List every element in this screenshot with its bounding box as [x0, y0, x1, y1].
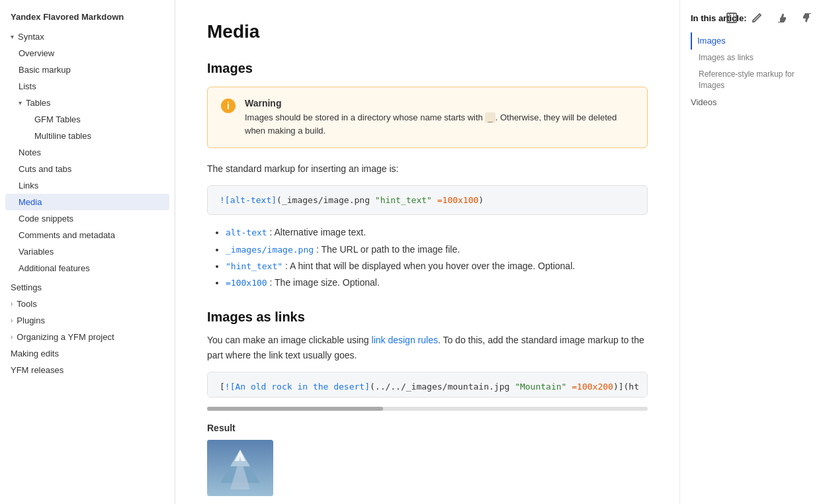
chevron-syntax-icon: ▾: [11, 33, 14, 40]
sidebar-group-syntax[interactable]: ▾ Syntax: [0, 28, 175, 45]
section2-title: Images as links: [207, 310, 648, 325]
sidebar-item-notes[interactable]: Notes: [0, 144, 175, 161]
toc-item-images[interactable]: Images: [691, 32, 814, 50]
page-title: Media: [207, 21, 648, 42]
warning-title: Warning: [245, 98, 634, 108]
chevron-tables-icon: ▾: [19, 99, 22, 106]
chevron-organizing-icon: ›: [11, 333, 13, 341]
expand-button[interactable]: [722, 8, 742, 28]
thumbup-button[interactable]: [772, 8, 792, 28]
code-block-2: [![An old rock in the desert](../../_ima…: [207, 372, 648, 398]
thumbdown-button[interactable]: [797, 8, 817, 28]
link-design-rules[interactable]: link design rules: [372, 335, 438, 345]
main-content: Media Images i Warning Images should be …: [175, 0, 679, 504]
toc-item-reference-style[interactable]: Reference-style markup for Images: [691, 66, 814, 94]
sidebar-item-tools[interactable]: › Tools: [0, 296, 175, 312]
sidebar-item-plugins[interactable]: › Plugins: [0, 312, 175, 329]
sidebar-item-lists[interactable]: Lists: [0, 78, 175, 95]
section1-intro: The standard markup for inserting an ima…: [207, 161, 648, 176]
sidebar-item-variables[interactable]: Variables: [0, 243, 175, 260]
feature-list: alt-text : Alternative image text. _imag…: [207, 224, 648, 291]
sidebar-item-links[interactable]: Links: [0, 177, 175, 194]
table-of-contents: In this article: Images Images as links …: [679, 0, 825, 504]
sidebar-item-making-edits[interactable]: Making edits: [0, 345, 175, 362]
scrollbar-track[interactable]: [207, 407, 648, 411]
warning-box: i Warning Images should be stored in a d…: [207, 87, 648, 148]
section1-title: Images: [207, 61, 648, 76]
svg-rect-0: [727, 13, 736, 22]
sidebar: Yandex Flavored Markdown ▾ Syntax Overvi…: [0, 0, 175, 504]
list-item: _images/image.png : The URL or path to t…: [226, 241, 648, 258]
list-item: "hint_text" : A hint that will be displa…: [226, 258, 648, 274]
sidebar-item-organizing[interactable]: › Organizing a YFM project: [0, 329, 175, 345]
sidebar-item-overview[interactable]: Overview: [0, 45, 175, 62]
result-label: Result: [207, 423, 648, 433]
sidebar-item-additional-features[interactable]: Additional features: [0, 260, 175, 276]
list-item: alt-text : Alternative image text.: [226, 224, 648, 241]
warning-content: Warning Images should be stored in a dir…: [245, 98, 634, 137]
sidebar-group-tables[interactable]: ▾ Tables: [0, 95, 175, 111]
sidebar-item-cuts-and-tabs[interactable]: Cuts and tabs: [0, 161, 175, 177]
sidebar-item-comments-metadata[interactable]: Comments and metadata: [0, 227, 175, 243]
sidebar-item-yfm-releases[interactable]: YFM releases: [0, 362, 175, 378]
sidebar-item-code-snippets[interactable]: Code snippets: [0, 210, 175, 227]
sidebar-item-basic-markup[interactable]: Basic markup: [0, 62, 175, 78]
warning-text: Images should be stored in a directory w…: [245, 111, 634, 137]
section2-intro: You can make an image clickable using li…: [207, 333, 648, 362]
sidebar-item-settings[interactable]: Settings: [0, 279, 175, 296]
edit-button[interactable]: [747, 8, 767, 28]
chevron-tools-icon: ›: [11, 300, 13, 308]
code-block-2-container: [![An old rock in the desert](../../_ima…: [207, 372, 648, 411]
result-image: [207, 440, 273, 496]
scrollbar-thumb[interactable]: [207, 407, 383, 411]
sidebar-item-media[interactable]: Media: [5, 194, 169, 210]
svg-rect-1: [207, 440, 273, 496]
code-block-1: ![alt-text](_images/image.png "hint_text…: [207, 185, 648, 215]
list-item: =100x100 : The image size. Optional.: [226, 274, 648, 291]
warning-icon: i: [221, 99, 236, 113]
sidebar-item-gfm-tables[interactable]: GFM Tables: [0, 111, 175, 128]
chevron-plugins-icon: ›: [11, 317, 13, 324]
toolbar: [722, 8, 817, 28]
toc-list: Images Images as links Reference-style m…: [691, 32, 814, 111]
toc-item-videos[interactable]: Videos: [691, 94, 814, 111]
toc-item-images-as-links[interactable]: Images as links: [691, 50, 814, 66]
sidebar-item-multiline-tables[interactable]: Multiline tables: [0, 128, 175, 144]
sidebar-title[interactable]: Yandex Flavored Markdown: [0, 8, 175, 28]
